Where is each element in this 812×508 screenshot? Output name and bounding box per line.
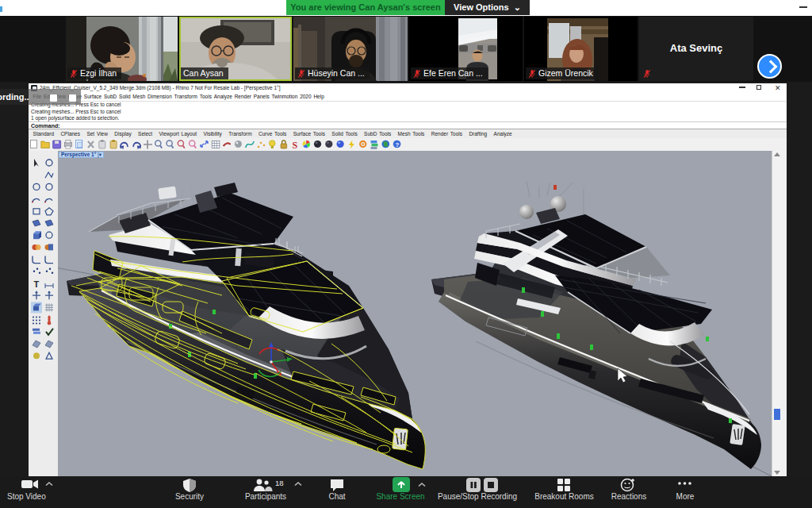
svg-text:?: ? bbox=[395, 141, 399, 148]
svg-text:T: T bbox=[34, 279, 40, 289]
svg-text:S: S bbox=[292, 140, 297, 151]
svg-text:18: 18 bbox=[275, 479, 284, 487]
